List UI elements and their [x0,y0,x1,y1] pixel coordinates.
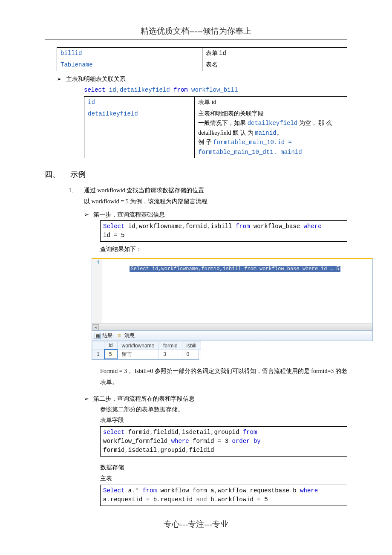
arrow-icon: ➢ [84,395,89,402]
arrow-icon: ➢ [84,211,89,218]
step2b: 表单字段 [45,415,347,425]
scroll-left-icon[interactable]: ◂ [92,324,99,330]
step2a: 参照第二部分的表单数据存储。 [45,405,347,415]
cell-id-val[interactable]: 5 [104,350,117,359]
item-num: 1、 [69,185,84,196]
table-row: id 表单 id [84,96,347,108]
sql-box-1: Select id,workflowname,formid,isbill fro… [100,220,347,242]
explain-para: Formid = 3， Isbill=0 参照第一部分的名词定义我们可以得知，留… [45,366,347,387]
cell-id-desc: 表单 id [198,99,216,105]
top-table: billid 表单 id Tablename 表名 [57,47,347,71]
cell-wfname-val[interactable]: 留言 [117,350,159,359]
sql-rel: select id,detailkeyfield from workflow_b… [84,87,238,93]
step1-text: 第一步，查询流程基础信息 [93,211,165,219]
cell-dkf: detailkeyfield [88,110,138,117]
dkf-desc-1: 主表和明细表的关联字段 [198,109,343,119]
row-num: 1 [92,350,104,359]
cell-formid-label: 表单 id [206,50,226,56]
arrow-icon: ➢ [57,75,62,83]
step1-bullet: ➢ 第一步，查询流程基础信息 [45,211,347,219]
dkf-desc-3: 例 子 formtable_main_10.id = formtable_mai… [198,138,343,157]
document-body: billid 表单 id Tablename 表名 ➢ 主表和明细表关联关系 s… [0,47,392,506]
sql-box-3: Select a.* from workflow_form a,workflow… [100,485,347,506]
main-label: 主表 [45,474,347,484]
page-footer: 专心---专注---专业 [0,519,392,530]
step2-bullet: ➢ 第二步，查询流程所在的表和字段信息 [45,395,347,403]
page-header: 精选优质文档-----倾情为你奉上 [45,26,347,40]
col-formid[interactable]: formid [159,341,182,350]
item-title: 通过 workflowid 查找当前请求数据存储的位置 [84,185,204,196]
table-row: billid 表单 id [57,48,347,59]
table-row: Tablename 表名 [57,59,347,71]
row-corner [92,341,104,350]
grid-icon: ▦ [95,333,101,339]
cell-id: id [88,99,95,106]
tab-messages-label: 消息 [124,332,135,339]
bullet-text: 主表和明细表关联关系 [66,75,126,83]
cell-formid-val[interactable]: 3 [159,350,182,359]
step2-text: 第二步，查询流程所在的表和字段信息 [93,395,195,403]
result-label: 查询结果如下： [45,244,347,254]
message-icon: 🗎 [117,333,123,339]
query-screenshot: 1 Select id,workflowname,formid,isbill f… [92,258,373,360]
horizontal-scrollbar[interactable]: ◂ [92,324,372,330]
cell-tablename: Tablename [61,61,93,68]
editor-code: Select id,workflowname,formid,isbill fro… [103,259,372,279]
col-id[interactable]: id [104,341,117,350]
store-label: 数据存储 [45,462,347,473]
col-isbill[interactable]: isbill [182,341,201,350]
item-line2: 以 workflowid = 5 为例，该流程为内部留言流程 [45,197,347,207]
bullet-relation: ➢ 主表和明细表关联关系 [45,75,347,83]
cell-billid: billid [61,50,82,57]
relation-table: id 表单 id detailkeyfield 主表和明细表的关联字段 一般情况… [84,96,347,158]
result-tabs: ▦ 结果 🗎 消息 [92,331,373,341]
section-num: 四、 [45,169,60,179]
sql-box-2: select formid,fieldid,isdetail,groupid f… [100,426,347,457]
tab-results-label: 结果 [102,332,112,339]
tab-messages[interactable]: 🗎 消息 [117,332,135,339]
tab-results[interactable]: ▦ 结果 [95,332,112,339]
cell-tablename-label: 表名 [206,61,218,68]
gutter-line-1: 1 [92,259,102,266]
section-title: 示例 [70,169,86,179]
dkf-desc-2: 一般情况下，如果 detailkeyfield 为空， 那 么 detailke… [198,119,343,138]
col-workflowname[interactable]: workflowname [117,341,159,350]
results-grid: id workflowname formid isbill 1 5 留言 3 0 [92,341,199,360]
section-4-heading: 四、 示例 [45,169,347,179]
editor-gutter: 1 [92,259,102,330]
sql-editor[interactable]: 1 Select id,workflowname,formid,isbill f… [92,258,373,331]
highlighted-sql: Select id,workflowname,formid,isbill fro… [130,266,341,272]
table-row: detailkeyfield 主表和明细表的关联字段 一般情况下，如果 deta… [84,108,347,158]
cell-isbill-val[interactable]: 0 [182,350,201,359]
results-header-row: id workflowname formid isbill [92,341,201,350]
results-data-row[interactable]: 1 5 留言 3 0 [92,350,201,359]
